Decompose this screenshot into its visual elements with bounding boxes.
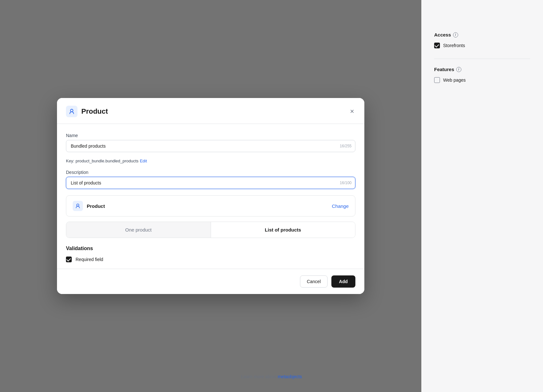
key-value: product_bundle.bundled_products	[76, 159, 139, 163]
description-label: Description	[66, 170, 355, 175]
key-label: Key:	[66, 159, 74, 163]
edit-link[interactable]: Edit	[140, 159, 147, 163]
modal-title: Product	[81, 107, 108, 116]
key-row: Key: product_bundle.bundled_products Edi…	[66, 159, 355, 163]
svg-point-0	[70, 109, 73, 112]
description-input-wrapper: 16/100	[66, 177, 355, 189]
name-field-group: Name 16/255	[66, 133, 355, 152]
svg-point-1	[77, 204, 79, 206]
required-field-checkbox[interactable]	[66, 257, 72, 262]
type-card-left: Product	[73, 201, 105, 211]
modal-backdrop: Product × Name 16/255 Key: product_bundl…	[0, 0, 543, 392]
name-input[interactable]	[66, 140, 355, 152]
modal-dialog: Product × Name 16/255 Key: product_bundl…	[57, 98, 364, 294]
modal-title-group: Product	[66, 106, 108, 117]
name-input-wrapper: 16/255	[66, 140, 355, 152]
type-card: Product Change	[66, 195, 355, 216]
change-button[interactable]: Change	[332, 203, 349, 209]
toggle-group: One product List of products	[66, 222, 355, 238]
modal-header: Product ×	[57, 98, 364, 124]
cancel-button[interactable]: Cancel	[300, 275, 328, 288]
list-of-products-toggle[interactable]: List of products	[211, 222, 355, 238]
validations-section: Validations Required field	[66, 246, 355, 262]
name-label: Name	[66, 133, 355, 138]
modal-body: Name 16/255 Key: product_bundle.bundled_…	[57, 124, 364, 269]
one-product-toggle[interactable]: One product	[66, 222, 211, 238]
type-card-label: Product	[87, 203, 105, 209]
type-product-icon	[75, 203, 81, 209]
required-field-row: Required field	[66, 257, 355, 262]
description-char-count: 16/100	[340, 181, 352, 185]
add-button[interactable]: Add	[331, 275, 355, 288]
product-svg	[69, 108, 75, 115]
description-input[interactable]	[66, 177, 355, 189]
required-field-label: Required field	[76, 257, 103, 262]
type-card-icon	[73, 201, 83, 211]
modal-footer: Cancel Add	[57, 269, 364, 294]
close-button[interactable]: ×	[349, 107, 355, 116]
validations-title: Validations	[66, 246, 355, 251]
name-char-count: 16/255	[340, 144, 352, 148]
modal-product-icon	[66, 106, 77, 117]
description-field-group: Description 16/100	[66, 170, 355, 189]
